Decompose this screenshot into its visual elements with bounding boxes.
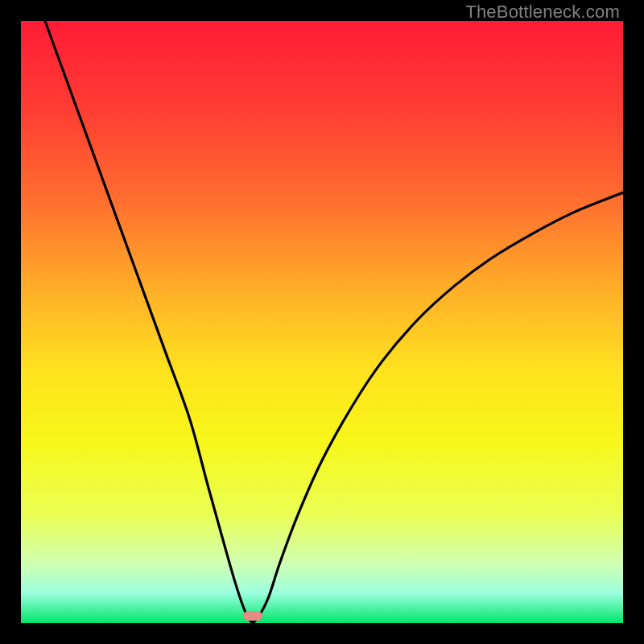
optimal-point-marker [243,611,262,621]
gradient-background [21,21,623,623]
watermark-text: TheBottleneck.com [465,2,620,23]
svg-rect-0 [243,611,262,621]
bottleneck-chart [21,21,623,623]
chart-frame [21,21,623,623]
